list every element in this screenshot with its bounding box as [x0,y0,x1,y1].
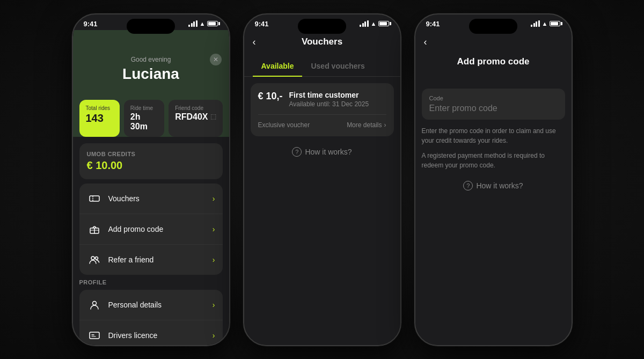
vouchers-tabs: Available Used vouchers [244,56,400,77]
promo-input-container: Code [422,89,565,120]
phone-3: 9:41 ▲ ‹ Add promo code Code [414,13,573,346]
phone-3-screen: 9:41 ▲ ‹ Add promo code Code [415,14,572,345]
promo-desc-2: A registered payment method is required … [422,151,565,170]
how-it-works-vouchers[interactable]: ? How it works? [244,147,400,157]
signal-icon-1 [188,20,197,27]
promo-code-input[interactable] [429,104,558,113]
refer-icon [87,252,102,267]
phone-2: 9:41 ▲ ‹ Vouchers Availabl [243,13,401,346]
dynamic-island-1 [127,19,175,34]
promo-screen-title: Add promo code [415,56,572,78]
status-time-2: 9:41 [255,20,269,28]
status-time-1: 9:41 [84,20,98,28]
drivers-licence-label: Drivers licence [108,331,213,340]
wifi-icon-3: ▲ [542,20,548,27]
promo-chevron: › [213,225,215,233]
vouchers-title: Vouchers [302,36,342,47]
promo-nav-header: ‹ [415,30,572,56]
voucher-top: € 10,- First time customer Available unt… [258,91,386,108]
total-rides-value: 143 [86,112,113,124]
credits-label: UMOB CREDITS [87,151,215,157]
friend-code-stat: Friend code RFD40X ⬚ [169,100,222,137]
more-details-chevron: › [384,121,386,129]
question-circle-icon-2: ? [292,147,302,157]
profile-menu-card: Personal details › Drivers licence › [79,290,223,345]
refer-menu-item[interactable]: Refer a friend › [79,245,223,275]
battery-icon-3 [550,21,560,26]
phone-2-screen: 9:41 ▲ ‹ Vouchers Availabl [244,14,400,345]
card-icon [87,328,102,343]
credits-card: UMOB CREDITS € 10.00 [79,143,223,179]
signal-icon-3 [531,20,540,27]
greeting-text: Good evening [82,56,221,63]
person-icon [87,297,102,312]
friend-code-value: RFD40X [175,112,208,122]
credits-amount: € 10.00 [87,159,215,172]
promo-label: Add promo code [108,225,213,233]
promo-input-label: Code [429,95,558,101]
status-time-3: 9:41 [426,20,440,28]
status-icons-1: ▲ [188,20,218,27]
status-icons-3: ▲ [531,20,560,27]
tab-used-vouchers[interactable]: Used vouchers [302,56,373,77]
rewards-menu-card: Vouchers › Add promo code › [79,184,223,275]
drivers-licence-menu-item[interactable]: Drivers licence › [79,320,223,345]
refer-label: Refer a friend [108,255,213,264]
copy-icon[interactable]: ⬚ [210,113,216,120]
wifi-icon-1: ▲ [200,20,206,27]
wifi-icon-2: ▲ [371,20,377,27]
refer-chevron: › [213,255,215,264]
phone-1: 9:41 ▲ ✕ Good evening Luciana [72,13,230,346]
ride-time-label: Ride time [130,105,158,111]
close-button[interactable]: ✕ [210,54,222,65]
vouchers-chevron: › [213,194,215,203]
vouchers-label: Vouchers [108,194,213,203]
promo-menu-item[interactable]: Add promo code › [79,214,223,245]
svg-rect-0 [90,196,99,201]
user-name: Luciana [82,65,221,83]
voucher-info: First time customer Available until: 31 … [289,91,369,108]
vouchers-menu-item[interactable]: Vouchers › [79,184,223,214]
friend-code-label: Friend code [175,105,216,111]
personal-details-label: Personal details [108,301,213,309]
dynamic-island-3 [469,19,517,34]
voucher-amount: € 10,- [258,91,283,108]
friend-code-row: RFD40X ⬚ [175,111,216,122]
promo-desc-1: Enter the promo code in order to claim a… [422,126,565,145]
back-button-vouchers[interactable]: ‹ [253,34,260,50]
battery-icon-1 [207,21,218,26]
voucher-card: € 10,- First time customer Available unt… [251,83,394,136]
ride-time-value: 2h 30m [130,112,158,131]
licence-chevron: › [213,331,215,340]
voucher-bottom: Exclusive voucher More details › [258,114,386,129]
gift-icon [87,222,102,237]
stats-row: Total rides 143 Ride time 2h 30m Friend … [73,93,229,137]
back-button-promo[interactable]: ‹ [424,34,431,50]
vouchers-nav-header: ‹ Vouchers [244,30,400,56]
how-it-works-promo[interactable]: ? How it works? [415,181,572,191]
voucher-validity: Available until: 31 Dec 2025 [289,100,369,108]
battery-icon-2 [378,21,389,26]
status-icons-2: ▲ [360,20,389,27]
exclusive-badge: Exclusive voucher [258,121,310,129]
profile-body: UMOB CREDITS € 10.00 Vouchers › [73,137,229,345]
tab-available[interactable]: Available [253,56,303,77]
voucher-icon [87,191,102,206]
svg-point-4 [92,301,96,305]
svg-rect-5 [90,332,99,339]
svg-point-3 [95,257,98,259]
personal-chevron: › [213,301,215,309]
phone-1-screen: 9:41 ▲ ✕ Good evening Luciana [73,14,229,345]
personal-details-menu-item[interactable]: Personal details › [79,290,223,320]
ride-time-stat: Ride time 2h 30m [124,100,164,137]
question-circle-icon-3: ? [463,181,473,191]
total-rides-label: Total rides [86,105,113,111]
promo-description: Enter the promo code in order to claim a… [422,126,565,170]
more-details-link[interactable]: More details › [347,121,386,129]
total-rides-stat: Total rides 143 [79,100,120,137]
profile-section-label: PROFILE [79,279,223,285]
profile-header: ✕ Good evening Luciana [73,30,229,93]
svg-point-2 [91,257,94,260]
signal-icon-2 [360,20,369,27]
voucher-title: First time customer [289,91,369,99]
